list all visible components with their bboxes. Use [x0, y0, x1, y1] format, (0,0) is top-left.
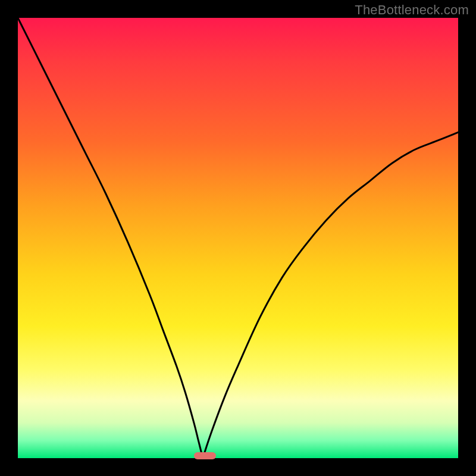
optimum-marker [194, 452, 216, 459]
bottleneck-curve [18, 18, 458, 458]
curve-right-branch [203, 132, 458, 458]
curve-left-branch [18, 18, 203, 458]
chart-frame: TheBottleneck.com [0, 0, 476, 476]
watermark-text: TheBottleneck.com [355, 2, 469, 18]
plot-area [18, 18, 458, 458]
